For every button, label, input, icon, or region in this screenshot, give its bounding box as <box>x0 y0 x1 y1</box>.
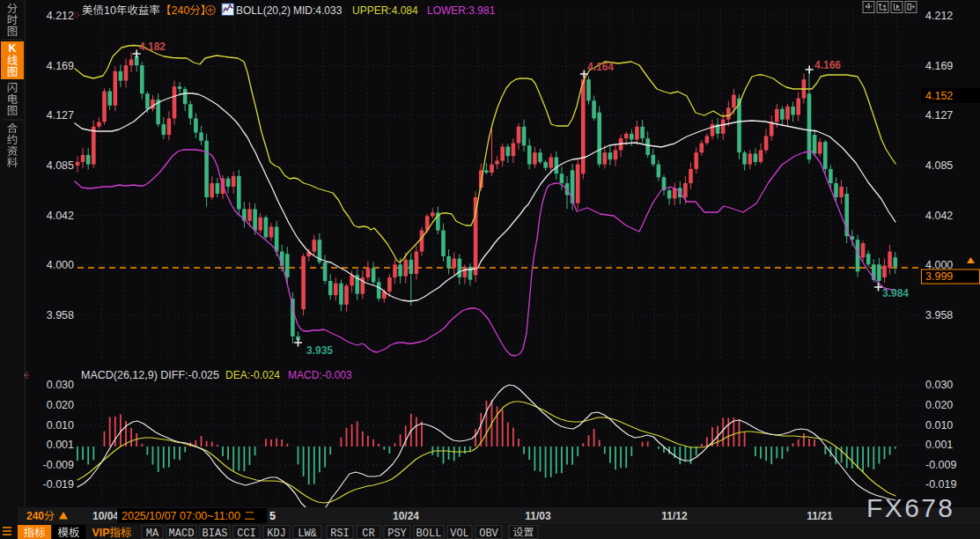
svg-text:BOLL: BOLL <box>416 528 442 539</box>
svg-text:K: K <box>9 42 17 55</box>
svg-text:0.020: 0.020 <box>925 399 953 411</box>
svg-text:0.010: 0.010 <box>47 419 74 432</box>
svg-text:4.085: 4.085 <box>925 159 953 172</box>
svg-text:240: 240 <box>26 510 44 522</box>
svg-text:11/12: 11/12 <box>661 510 688 522</box>
svg-text:4.164: 4.164 <box>587 61 614 73</box>
svg-text:-0.009: -0.009 <box>43 459 74 471</box>
svg-text:PSY: PSY <box>387 528 407 539</box>
svg-text:3.935: 3.935 <box>306 344 333 357</box>
svg-text:BOLL(20,2): BOLL(20,2) <box>236 4 291 17</box>
svg-text:KDJ: KDJ <box>267 528 286 539</box>
svg-text:3.984: 3.984 <box>882 287 909 299</box>
svg-text:10/04: 10/04 <box>92 510 119 522</box>
svg-text:OBV: OBV <box>479 528 498 539</box>
svg-text:MA: MA <box>146 528 159 539</box>
svg-text:LOWER:3.981: LOWER:3.981 <box>427 4 496 17</box>
svg-text:5: 5 <box>269 510 276 522</box>
svg-text:4.169: 4.169 <box>925 60 953 72</box>
svg-text:4.166: 4.166 <box>814 59 841 71</box>
svg-text:-0.019: -0.019 <box>925 478 956 491</box>
svg-text:4.085: 4.085 <box>47 159 74 172</box>
svg-text:RSI: RSI <box>330 528 350 539</box>
svg-text:10/24: 10/24 <box>393 510 419 522</box>
svg-text:DEA:-0.024: DEA:-0.024 <box>225 369 280 381</box>
svg-text:CCI: CCI <box>237 528 256 539</box>
svg-text:CR: CR <box>362 528 374 539</box>
svg-text:-0.019: -0.019 <box>43 478 74 491</box>
svg-text:0.001: 0.001 <box>47 439 74 451</box>
svg-text:LW&: LW& <box>298 528 317 539</box>
svg-text:10: 10 <box>104 4 116 17</box>
svg-text:240: 240 <box>172 4 190 17</box>
svg-text:0.010: 0.010 <box>925 419 953 432</box>
svg-text:0.030: 0.030 <box>47 379 74 391</box>
svg-text:VOL: VOL <box>450 528 469 539</box>
svg-text:0.020: 0.020 <box>47 399 74 411</box>
svg-text:BIAS: BIAS <box>203 528 228 539</box>
svg-text:VIP: VIP <box>92 527 109 539</box>
svg-text:3.958: 3.958 <box>47 309 74 321</box>
svg-text:4.000: 4.000 <box>47 259 74 271</box>
svg-text:2025/10/07 07:00~11:00: 2025/10/07 07:00~11:00 <box>122 510 240 522</box>
svg-text:0.001: 0.001 <box>925 439 953 451</box>
svg-text:3.999: 3.999 <box>925 270 953 283</box>
svg-text:MACD:-0.003: MACD:-0.003 <box>288 369 352 381</box>
svg-text:4.042: 4.042 <box>925 210 953 222</box>
svg-text:MID:4.033: MID:4.033 <box>293 4 343 17</box>
svg-text:UPPER:4.084: UPPER:4.084 <box>352 4 418 17</box>
svg-text:3.958: 3.958 <box>925 309 953 321</box>
svg-text:11/21: 11/21 <box>807 510 833 522</box>
svg-text:4.127: 4.127 <box>925 109 953 122</box>
svg-text:4.182: 4.182 <box>139 41 166 53</box>
svg-text:-0.009: -0.009 <box>925 459 956 471</box>
svg-text:4.152: 4.152 <box>925 90 953 102</box>
svg-text:11/03: 11/03 <box>525 510 551 522</box>
svg-text:4.127: 4.127 <box>47 109 74 122</box>
svg-text:FX678: FX678 <box>866 493 954 522</box>
svg-text:4.212: 4.212 <box>47 10 74 22</box>
svg-text:4.212: 4.212 <box>925 10 953 22</box>
svg-text:4.042: 4.042 <box>47 210 74 222</box>
svg-text:MACD(26,12,9) DIFF:-0.025: MACD(26,12,9) DIFF:-0.025 <box>81 369 219 381</box>
svg-text:MACD: MACD <box>169 528 195 539</box>
svg-text:4.169: 4.169 <box>47 60 74 72</box>
svg-text:0.030: 0.030 <box>925 379 953 391</box>
